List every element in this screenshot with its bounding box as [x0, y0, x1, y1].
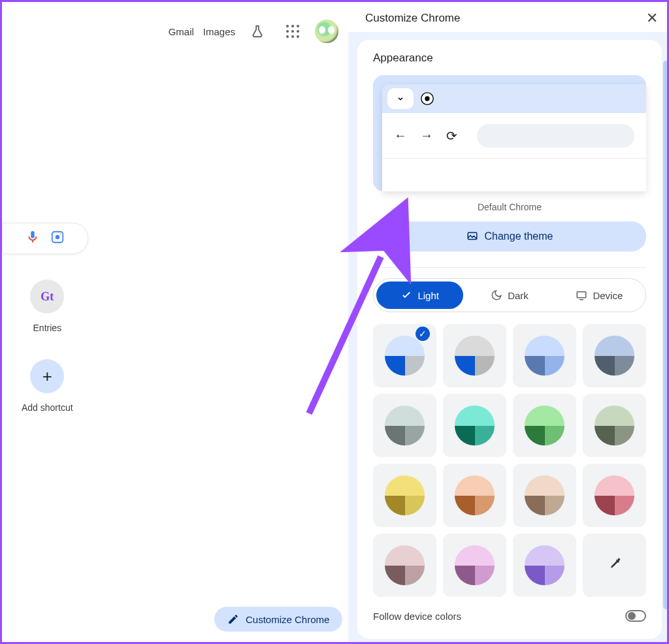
svg-rect-6: [578, 292, 587, 298]
top-nav: Gmail Images: [169, 18, 338, 44]
color-swatch-14[interactable]: [513, 534, 576, 597]
gt-logo-icon: Gt: [41, 290, 54, 304]
mode-dark-label: Dark: [508, 290, 529, 301]
panel-title: Customize Chrome: [365, 12, 461, 25]
svg-point-4: [425, 96, 429, 101]
apps-grid-icon[interactable]: [280, 18, 306, 44]
follow-device-toggle[interactable]: [625, 610, 646, 622]
svg-point-1: [56, 235, 59, 239]
color-swatch-6[interactable]: [513, 394, 576, 457]
color-swatch-9[interactable]: [443, 464, 506, 527]
panel-scrollbar[interactable]: [663, 61, 669, 609]
image-icon: [466, 231, 478, 242]
mode-device[interactable]: Device: [556, 282, 643, 309]
profile-avatar[interactable]: [315, 20, 338, 43]
color-swatch-11[interactable]: [583, 464, 646, 527]
color-swatch-12[interactable]: [373, 534, 436, 597]
plus-icon: +: [30, 359, 64, 393]
follow-device-label: Follow device colors: [373, 611, 461, 622]
customize-pill-label: Customize Chrome: [246, 614, 329, 625]
change-theme-label: Change theme: [485, 231, 553, 242]
moon-icon: [491, 289, 502, 301]
color-swatch-2[interactable]: [513, 324, 576, 387]
appearance-card: Appearance ← → ⟳: [357, 40, 662, 639]
color-swatch-0[interactable]: ✓: [373, 324, 436, 387]
chevron-down-icon: [387, 88, 414, 109]
gmail-link[interactable]: Gmail: [169, 26, 194, 37]
check-icon: [400, 289, 412, 301]
mode-light[interactable]: Light: [376, 282, 463, 309]
customize-side-panel: Customize Chrome ✕ Appearance ← → ⟳: [348, 2, 669, 642]
shortcut-entries[interactable]: Gt Entries: [22, 280, 73, 333]
close-icon[interactable]: ✕: [642, 6, 662, 31]
images-link[interactable]: Images: [203, 26, 235, 37]
reload-icon: ⟳: [446, 128, 457, 144]
check-icon: ✓: [416, 327, 430, 341]
eyedropper-icon: [608, 556, 622, 575]
color-swatch-10[interactable]: [513, 464, 576, 527]
color-swatch-7[interactable]: [583, 394, 646, 457]
change-theme-button[interactable]: Change theme: [373, 221, 646, 251]
add-shortcut-button[interactable]: + Add shortcut: [22, 359, 73, 413]
shortcuts-area: Gt Entries + Add shortcut: [22, 280, 73, 413]
color-swatch-5[interactable]: [443, 394, 506, 457]
pencil-icon: [227, 613, 239, 625]
custom-color-picker[interactable]: [583, 534, 646, 597]
mode-light-label: Light: [417, 290, 439, 301]
shortcut-label: Add shortcut: [22, 402, 73, 413]
color-grid: ✓: [373, 324, 646, 597]
voice-search-icon[interactable]: [25, 230, 40, 247]
color-mode-toggle: Light Dark Device: [373, 278, 646, 312]
omnibox-preview: [477, 124, 634, 148]
chrome-logo-icon: [420, 91, 434, 106]
color-swatch-8[interactable]: [373, 464, 436, 527]
svg-point-2: [59, 233, 61, 234]
color-swatch-13[interactable]: [443, 534, 506, 597]
current-theme-label: Default Chrome: [373, 202, 646, 212]
back-icon: ←: [394, 128, 407, 143]
forward-icon: →: [420, 128, 433, 143]
mode-dark[interactable]: Dark: [466, 282, 553, 309]
lens-search-icon[interactable]: [50, 230, 65, 247]
shortcut-label: Entries: [33, 323, 62, 333]
customize-chrome-button[interactable]: Customize Chrome: [214, 607, 342, 632]
labs-icon[interactable]: [244, 18, 270, 44]
device-icon: [576, 289, 587, 301]
search-box-stub[interactable]: [2, 223, 88, 254]
appearance-heading: Appearance: [373, 52, 646, 65]
color-swatch-3[interactable]: [583, 324, 646, 387]
mode-device-label: Device: [593, 290, 623, 301]
theme-preview: ← → ⟳: [373, 75, 646, 191]
color-swatch-1[interactable]: [443, 324, 506, 387]
color-swatch-4[interactable]: [373, 394, 436, 457]
